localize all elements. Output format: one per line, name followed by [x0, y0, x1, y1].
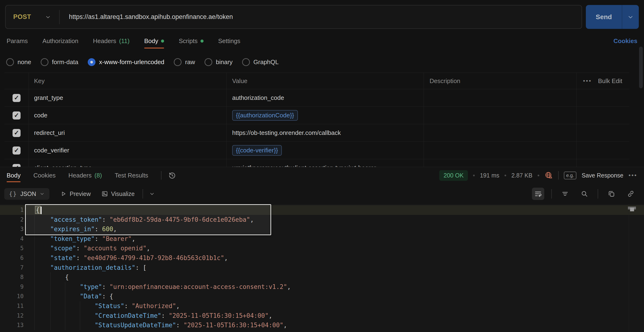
- send-options-button[interactable]: [622, 5, 639, 29]
- variable-pill[interactable]: {{code-verifier}}: [232, 145, 282, 156]
- tab-settings[interactable]: Settings: [218, 31, 240, 51]
- preview-button[interactable]: Preview: [60, 190, 91, 197]
- vertical-scrollbar[interactable]: [639, 47, 643, 88]
- key-cell[interactable]: client_assertion_type: [29, 159, 226, 167]
- code-text: {: [35, 272, 69, 282]
- modified-dot-icon: [161, 40, 164, 43]
- divider: [598, 189, 598, 199]
- status-badge[interactable]: 200 OK: [439, 170, 468, 181]
- table-row: ✓code{{authorizationCode}}: [4, 107, 629, 124]
- code-text: {: [35, 205, 42, 215]
- copy-icon[interactable]: [605, 188, 618, 200]
- key-cell[interactable]: grant_type: [29, 89, 226, 107]
- tab-authorization[interactable]: Authorization: [42, 31, 78, 51]
- cookies-link[interactable]: Cookies: [614, 37, 638, 45]
- bulk-cell: [576, 142, 629, 159]
- bulk-edit-button[interactable]: Bulk Edit: [598, 77, 622, 85]
- line-number: 6: [0, 253, 35, 263]
- row-checkbox[interactable]: ✓: [12, 94, 20, 102]
- tab-scripts[interactable]: Scripts: [179, 31, 203, 51]
- tab-label: Scripts: [179, 37, 198, 45]
- radio-x-www-form-urlencoded[interactable]: x-www-form-urlencoded: [88, 58, 164, 66]
- response-toolbar: {} JSON Preview Visualize: [0, 184, 644, 204]
- chevron-down-icon: [45, 14, 51, 20]
- tab-headers[interactable]: Headers(11): [93, 31, 130, 51]
- code-text: "Data": {: [35, 291, 113, 301]
- value-cell[interactable]: urn:ietf:params:oauth:client-assertion-t…: [226, 159, 424, 167]
- send-button[interactable]: Send: [586, 5, 639, 29]
- line-number: 10: [0, 291, 35, 301]
- format-selector[interactable]: {} JSON: [4, 188, 50, 200]
- line-number: 1: [0, 205, 35, 215]
- kv-table-body: ✓grant_typeauthorization_code✓code{{auth…: [4, 89, 629, 167]
- line-number: 8: [0, 272, 35, 282]
- description-cell[interactable]: [424, 124, 576, 142]
- format-lines-icon[interactable]: [559, 188, 571, 200]
- example-icon[interactable]: e.g.: [564, 172, 576, 179]
- method-label: POST: [13, 13, 31, 21]
- tab-params[interactable]: Params: [6, 31, 28, 51]
- key-cell[interactable]: code: [29, 107, 226, 124]
- radio-raw[interactable]: raw: [174, 58, 195, 66]
- radio-label: GraphQL: [254, 59, 279, 66]
- search-icon[interactable]: [578, 188, 590, 200]
- divider: [551, 189, 552, 199]
- row-checkbox[interactable]: ✓: [12, 164, 20, 167]
- description-cell[interactable]: [424, 107, 576, 124]
- wrap-text-button[interactable]: [532, 188, 544, 200]
- chevron-down-icon: [40, 191, 45, 196]
- code-line: 5 "scope": "accounts openid",: [0, 243, 644, 253]
- value-cell[interactable]: https://ob-testing.onrender.com/callback: [226, 124, 424, 142]
- tab-body[interactable]: Body: [6, 167, 20, 184]
- tab-cookies[interactable]: Cookies: [33, 167, 56, 184]
- code-line: 11 "Status": "Authorized",: [0, 301, 644, 311]
- tab-label: Test Results: [115, 172, 148, 179]
- link-icon[interactable]: [624, 188, 637, 200]
- url-input[interactable]: https://as1.altareq1.sandbox.apihub.open…: [60, 13, 582, 21]
- visualize-button[interactable]: Visualize: [101, 190, 135, 197]
- more-options-icon[interactable]: •••: [583, 78, 592, 84]
- tab-label: Cookies: [33, 172, 56, 179]
- row-checkbox[interactable]: ✓: [12, 111, 20, 120]
- history-icon[interactable]: [168, 171, 176, 179]
- description-cell[interactable]: [424, 159, 576, 167]
- response-body-editor[interactable]: 1{2 "access_token": "eb6df8b2-59da-4475-…: [0, 204, 644, 332]
- radio-icon: [174, 58, 182, 66]
- radio-label: binary: [216, 59, 233, 66]
- editor-scrollbar-thumb[interactable]: [630, 208, 634, 211]
- radio-form-data[interactable]: form-data: [41, 58, 78, 66]
- radio-none[interactable]: none: [6, 58, 31, 66]
- chevron-down-icon[interactable]: [149, 191, 155, 197]
- chevron-down-icon: [627, 14, 634, 20]
- tab-headers[interactable]: Headers(8): [68, 167, 102, 184]
- method-selector[interactable]: POST: [6, 6, 59, 28]
- preview-label: Preview: [70, 190, 91, 197]
- url-bar: POST https://as1.altareq1.sandbox.apihub…: [5, 5, 582, 29]
- tab-test-results[interactable]: Test Results: [115, 167, 148, 184]
- radio-binary[interactable]: binary: [204, 58, 233, 66]
- row-checkbox[interactable]: ✓: [12, 146, 20, 155]
- description-cell[interactable]: [424, 89, 576, 107]
- value-cell[interactable]: authorization_code: [226, 89, 424, 107]
- value-cell[interactable]: {{code-verifier}}: [226, 142, 424, 159]
- radio-label: x-www-form-urlencoded: [99, 59, 164, 66]
- radio-graphql[interactable]: GraphQL: [242, 58, 279, 66]
- response-time[interactable]: 191 ms: [480, 172, 499, 179]
- row-checkbox[interactable]: ✓: [12, 129, 20, 137]
- divider: [142, 189, 143, 199]
- response-pane: BodyCookiesHeaders(8)Test Results 200 OK…: [0, 167, 644, 332]
- description-cell[interactable]: [424, 142, 576, 159]
- tab-body[interactable]: Body: [144, 31, 164, 51]
- key-cell[interactable]: code_verifier: [29, 142, 226, 159]
- tab-label: Body: [6, 172, 20, 179]
- variable-pill[interactable]: {{authorizationCode}}: [232, 110, 298, 121]
- tab-count-badge: (8): [94, 172, 102, 179]
- network-warning-icon[interactable]: [544, 171, 553, 180]
- key-cell[interactable]: redirect_uri: [29, 124, 226, 142]
- request-url-row: POST https://as1.altareq1.sandbox.apihub…: [0, 0, 644, 31]
- more-options-icon[interactable]: •••: [629, 172, 638, 179]
- response-size[interactable]: 2.87 KB: [511, 172, 532, 179]
- dot-separator: [473, 175, 475, 176]
- value-cell[interactable]: {{authorizationCode}}: [226, 107, 424, 124]
- save-response-button[interactable]: Save Response: [582, 172, 624, 179]
